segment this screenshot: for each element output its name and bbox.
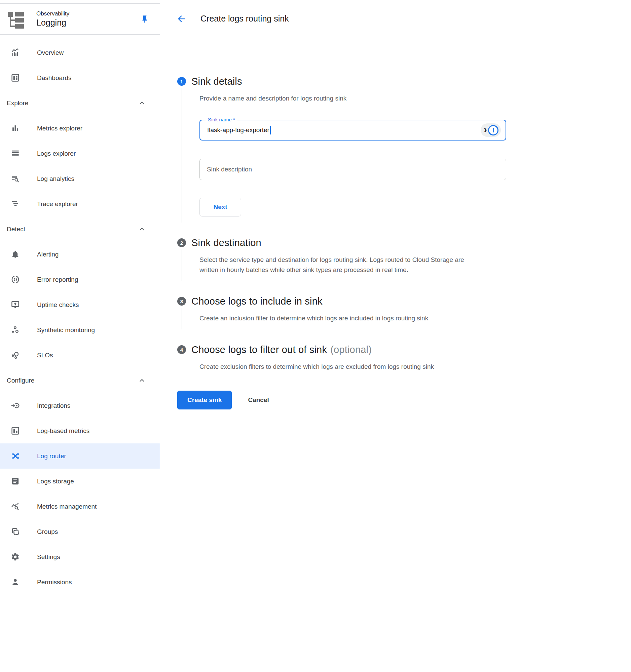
step-4-body: Create exclusion filters to determine wh… (182, 356, 617, 378)
sidebar-item-integrations[interactable]: Integrations (0, 393, 160, 418)
form-actions: Create sink Cancel (177, 391, 617, 409)
step-include-logs: 3 Choose logs to include in sink Create … (177, 294, 617, 330)
sidebar-item-slos[interactable]: SLOs (0, 342, 160, 368)
logs-explorer-icon (10, 149, 20, 159)
sidebar-item-label: Integrations (37, 402, 70, 409)
sidebar-header: Observability Logging (0, 4, 160, 34)
sidebar-item-log-router[interactable]: Log router (0, 443, 160, 469)
sidebar-item-metrics-explorer[interactable]: Metrics explorer (0, 116, 160, 141)
chevron-up-icon[interactable] (138, 225, 146, 234)
trace-explorer-icon (10, 199, 20, 209)
sidebar-item-label: Metrics explorer (37, 125, 83, 132)
text-cursor (270, 126, 271, 135)
sidebar-item-label: Dashboards (37, 74, 71, 82)
sidebar-item-error-reporting[interactable]: Error reporting (0, 267, 160, 292)
pin-icon[interactable] (139, 14, 150, 25)
sidebar-item-log-based-metrics[interactable]: Log-based metrics (0, 418, 160, 443)
sidebar-item-label: Logs explorer (37, 150, 76, 157)
sidebar-item-label: Uptime checks (37, 301, 79, 309)
sidebar-item-log-analytics[interactable]: Log analytics (0, 166, 160, 191)
create-sink-button[interactable]: Create sink (177, 391, 232, 409)
sidebar-nav: OverviewDashboardsExploreMetrics explore… (0, 34, 160, 595)
sidebar-item-uptime-checks[interactable]: Uptime checks (0, 292, 160, 317)
cancel-button[interactable]: Cancel (248, 397, 269, 404)
sink-description-placeholder: Sink description (207, 166, 252, 173)
sidebar-item-label: Groups (37, 528, 58, 535)
page: Observability Logging OverviewDashboards… (0, 0, 631, 672)
sidebar-section-detect: Detect (0, 216, 160, 242)
uptime-checks-icon (10, 300, 20, 310)
permissions-icon (10, 577, 20, 587)
sidebar-item-label: Permissions (37, 579, 72, 586)
sidebar-item-label: Log-based metrics (37, 427, 90, 435)
sidebar-item-label: Logs storage (37, 478, 74, 485)
product-name: Observability (36, 10, 69, 17)
sidebar-section-explore: Explore (0, 91, 160, 116)
step-3-description: Create an inclusion filter to determine … (200, 313, 467, 323)
step-1-number: 1 (177, 77, 186, 86)
overview-icon (10, 48, 20, 58)
chevron-up-icon[interactable] (138, 99, 146, 107)
sidebar-item-permissions[interactable]: Permissions (0, 570, 160, 595)
dashboards-icon (10, 73, 20, 83)
sidebar-item-alerting[interactable]: Alerting (0, 242, 160, 267)
section-label: Configure (7, 377, 34, 384)
error-reporting-icon (10, 275, 20, 285)
sidebar-item-synthetic-monitoring[interactable]: Synthetic monitoring (0, 317, 160, 342)
sidebar-item-label: Metrics management (37, 503, 96, 510)
1password-icon[interactable]: › (481, 123, 501, 137)
sidebar-item-dashboards[interactable]: Dashboards (0, 65, 160, 91)
sidebar-item-groups[interactable]: Groups (0, 519, 160, 544)
main-header: Create logs routing sink (160, 3, 631, 34)
alerting-icon (10, 249, 20, 260)
groups-icon (10, 527, 20, 537)
page-title: Create logs routing sink (201, 14, 289, 24)
sidebar-item-label: Log analytics (37, 175, 74, 183)
log-based-metrics-icon (10, 426, 20, 436)
sidebar-item-overview[interactable]: Overview (0, 40, 160, 65)
step-2-description: Select the service type and destination … (200, 255, 467, 275)
top-strip (0, 0, 631, 3)
sink-name-field[interactable]: Sink name * flask-app-log-exporter › (200, 120, 506, 141)
step-sink-details: 1 Sink details Provide a name and descri… (177, 75, 617, 222)
sidebar-item-logs-explorer[interactable]: Logs explorer (0, 141, 160, 166)
step-4-title: Choose logs to filter out of sink(option… (191, 344, 372, 355)
logging-logo-icon (7, 10, 26, 29)
synthetic-monitoring-icon (10, 325, 20, 335)
step-1-head: 1 Sink details (177, 75, 617, 88)
step-2-number: 2 (177, 238, 186, 247)
step-3-head: 3 Choose logs to include in sink (177, 294, 617, 308)
sidebar-item-trace-explorer[interactable]: Trace explorer (0, 191, 160, 216)
settings-icon (10, 552, 20, 562)
step-4-number: 4 (177, 345, 186, 354)
integrations-icon (10, 401, 20, 411)
sink-name-value: flask-app-log-exporter (207, 126, 270, 134)
log-analytics-icon (10, 174, 20, 184)
sidebar-item-settings[interactable]: Settings (0, 544, 160, 570)
step-sink-destination: 2 Sink destination Select the service ty… (177, 236, 617, 281)
step-4-head: 4 Choose logs to filter out of sink(opti… (177, 343, 617, 356)
next-button[interactable]: Next (200, 198, 241, 216)
step-3-title: Choose logs to include in sink (191, 296, 323, 307)
logs-storage-icon (10, 476, 20, 486)
step-3-body: Create an inclusion filter to determine … (182, 308, 617, 330)
1password-logo-icon (488, 125, 498, 136)
metrics-management-icon (10, 502, 20, 512)
step-4-title-suffix: (optional) (330, 344, 372, 355)
section-label: Detect (7, 225, 25, 233)
log-router-icon (10, 451, 20, 461)
arrow-back-icon[interactable] (176, 13, 187, 25)
sink-description-field[interactable]: Sink description (200, 159, 506, 180)
sidebar-item-logs-storage[interactable]: Logs storage (0, 469, 160, 494)
step-2-head: 2 Sink destination (177, 236, 617, 249)
sidebar-item-metrics-management[interactable]: Metrics management (0, 494, 160, 519)
metrics-explorer-icon (10, 123, 20, 134)
slos-icon (10, 350, 20, 360)
sidebar-item-label: Synthetic monitoring (37, 327, 95, 334)
chevron-up-icon[interactable] (138, 376, 146, 385)
sidebar-section-configure: Configure (0, 368, 160, 393)
sidebar-item-label: Alerting (37, 251, 59, 258)
sidebar-item-label: SLOs (37, 352, 53, 359)
step-1-body: Provide a name and description for logs … (182, 88, 617, 222)
step-exclude-logs: 4 Choose logs to filter out of sink(opti… (177, 343, 617, 378)
